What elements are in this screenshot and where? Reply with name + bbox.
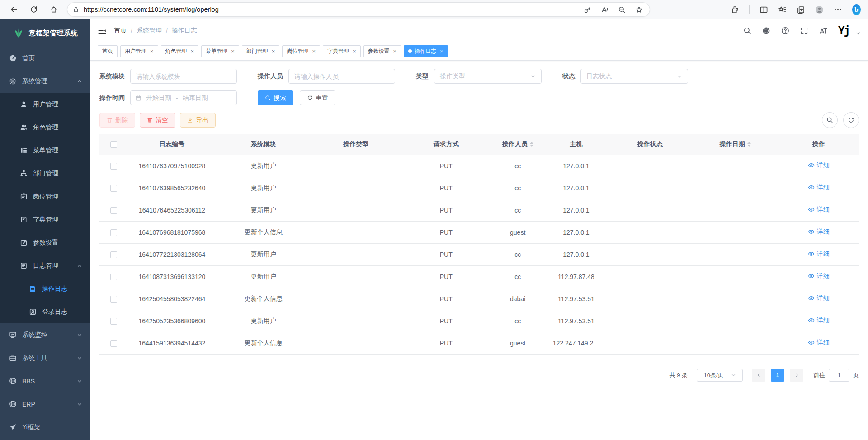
sidebar-item-bbs[interactable]: BBS	[0, 369, 90, 393]
breadcrumb-system[interactable]: 系统管理	[137, 27, 162, 35]
reset-button[interactable]: 重置	[300, 90, 335, 105]
tab-param-settings[interactable]: 参数设置×	[363, 45, 401, 57]
tab-user-management[interactable]: 用户管理×	[120, 45, 158, 57]
row-checkbox[interactable]	[110, 229, 117, 236]
page-number-button[interactable]: 1	[771, 369, 784, 382]
close-icon[interactable]: ×	[312, 48, 316, 54]
row-checkbox[interactable]	[110, 274, 117, 280]
sidebar-item-user-management[interactable]: 用户管理	[0, 93, 90, 116]
row-checkbox[interactable]	[110, 207, 117, 214]
refresh-table-button[interactable]	[843, 112, 859, 128]
detail-link[interactable]: 详细	[808, 250, 830, 258]
sidebar-item-login-log[interactable]: 登录日志	[0, 300, 90, 323]
row-checkbox[interactable]	[110, 318, 117, 325]
tab-menu-management[interactable]: 菜单管理×	[201, 45, 239, 57]
address-bar[interactable]: https://ccnetcore.com:1101/system/log/op…	[67, 2, 650, 17]
detail-link[interactable]: 详细	[808, 206, 830, 214]
close-icon[interactable]: ×	[191, 48, 194, 54]
favorites-icon[interactable]	[778, 5, 787, 14]
breadcrumb-home[interactable]: 首页	[114, 27, 127, 35]
module-input[interactable]	[130, 69, 237, 84]
sidebar-item-log-management[interactable]: 日志管理	[0, 254, 90, 277]
more-icon[interactable]	[834, 5, 842, 14]
font-size-icon[interactable]	[819, 27, 827, 35]
detail-link[interactable]: 详细	[808, 184, 830, 192]
detail-link[interactable]: 详细	[808, 161, 830, 170]
sort-caret-icon[interactable]	[530, 140, 533, 148]
favorite-add-icon[interactable]	[633, 4, 644, 15]
delete-button[interactable]: 删除	[99, 113, 135, 128]
extensions-icon[interactable]	[731, 5, 739, 14]
prev-page-button[interactable]	[752, 369, 765, 382]
row-checkbox[interactable]	[110, 163, 117, 170]
date-range-picker[interactable]: 开始日期 - 结束日期	[130, 90, 237, 105]
toggle-search-button[interactable]	[822, 112, 838, 128]
detail-link[interactable]: 详细	[808, 317, 830, 325]
sidebar-item-operation-log[interactable]: 操作日志	[0, 277, 90, 300]
read-aloud-icon[interactable]	[599, 4, 610, 15]
sidebar-item-role-management[interactable]: 角色管理	[0, 116, 90, 139]
sidebar-item-param-settings[interactable]: 参数设置	[0, 231, 90, 254]
tab-role-management[interactable]: 角色管理×	[161, 45, 199, 57]
split-screen-icon[interactable]	[760, 5, 768, 14]
key-icon[interactable]	[582, 4, 593, 15]
search-button[interactable]: 搜索	[258, 90, 293, 105]
sidebar-item-yi-framework[interactable]: Yi框架	[0, 416, 90, 439]
detail-link[interactable]: 详细	[808, 272, 830, 280]
close-icon[interactable]: ×	[353, 48, 356, 54]
sidebar-item-home[interactable]: 首页	[0, 47, 90, 70]
operator-input[interactable]	[288, 69, 395, 84]
row-checkbox[interactable]	[110, 185, 117, 192]
zoom-out-icon[interactable]	[616, 4, 627, 15]
home-icon[interactable]	[47, 3, 61, 16]
sidebar-item-menu-management[interactable]: 菜单管理	[0, 139, 90, 162]
column-header-operator[interactable]: 操作人员	[491, 134, 544, 155]
close-icon[interactable]: ×	[150, 48, 154, 54]
collections-icon[interactable]	[797, 5, 805, 14]
refresh-icon[interactable]	[27, 3, 41, 16]
sidebar-item-system-tools[interactable]: 系统工具	[0, 346, 90, 369]
sidebar-item-erp[interactable]: ERP	[0, 393, 90, 416]
close-icon[interactable]: ×	[272, 48, 275, 54]
tab-dict-management[interactable]: 字典管理×	[323, 45, 361, 57]
row-checkbox[interactable]	[110, 340, 117, 347]
fullscreen-icon[interactable]	[800, 27, 808, 35]
github-icon[interactable]	[762, 27, 770, 35]
detail-link[interactable]: 详细	[808, 294, 830, 303]
tab-home[interactable]: 首页	[98, 45, 118, 57]
help-icon[interactable]	[781, 27, 789, 35]
back-icon[interactable]	[7, 3, 21, 16]
search-icon[interactable]	[743, 27, 751, 35]
profile-avatar[interactable]	[815, 5, 824, 14]
sidebar-item-dept-management[interactable]: 部门管理	[0, 162, 90, 185]
tab-dept-management[interactable]: 部门管理×	[242, 45, 280, 57]
chevron-down-icon[interactable]	[856, 31, 861, 36]
sidebar-item-system-management[interactable]: 系统管理	[0, 70, 90, 93]
app-logo[interactable]: 意框架管理系统	[0, 19, 90, 47]
user-logo[interactable]: Yj	[838, 25, 849, 36]
page-size-select[interactable]: 10条/页	[697, 369, 743, 382]
hamburger-icon[interactable]	[98, 26, 107, 35]
detail-link[interactable]: 详细	[808, 339, 830, 347]
tab-operation-log[interactable]: 操作日志×	[404, 45, 448, 57]
sidebar-item-post-management[interactable]: 岗位管理	[0, 185, 90, 208]
type-select[interactable]: 操作类型	[434, 69, 542, 84]
sidebar-item-system-monitor[interactable]: 系统监控	[0, 323, 90, 346]
row-checkbox[interactable]	[110, 251, 117, 258]
detail-link[interactable]: 详细	[808, 228, 830, 236]
sort-caret-icon[interactable]	[747, 140, 751, 148]
row-checkbox[interactable]	[110, 296, 117, 303]
close-icon[interactable]: ×	[393, 48, 397, 54]
select-all-checkbox[interactable]	[110, 141, 117, 148]
sidebar-item-dict-management[interactable]: 字典管理	[0, 208, 90, 231]
next-page-button[interactable]	[790, 369, 803, 382]
close-icon[interactable]: ×	[231, 48, 235, 54]
copilot-icon[interactable]: b	[852, 5, 861, 14]
goto-page-input[interactable]	[829, 369, 849, 382]
export-button[interactable]: 导出	[180, 113, 216, 128]
close-icon[interactable]: ×	[440, 48, 443, 54]
column-header-op-date[interactable]: 操作日期	[692, 134, 778, 155]
tab-post-management[interactable]: 岗位管理×	[282, 45, 320, 57]
status-select[interactable]: 日志状态	[580, 69, 688, 84]
url-text[interactable]: https://ccnetcore.com:1101/system/log/op…	[84, 6, 577, 13]
